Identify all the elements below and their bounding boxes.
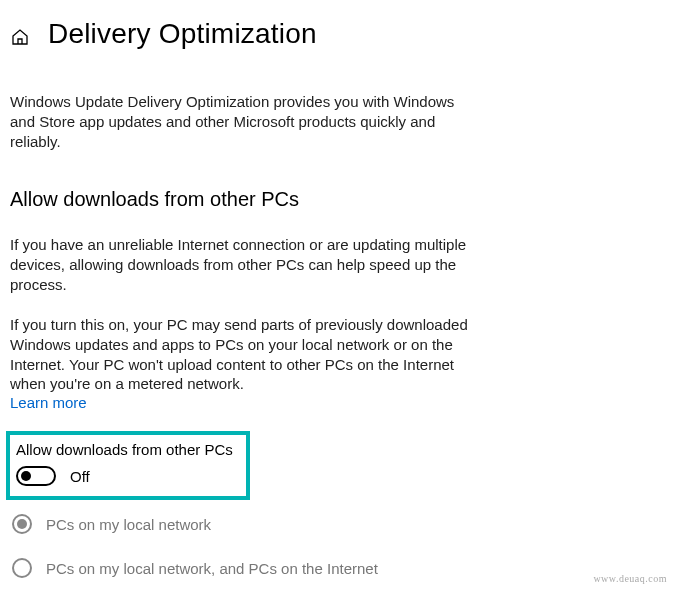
home-icon[interactable] xyxy=(10,27,30,47)
highlight-box: Allow downloads from other PCs Off xyxy=(6,431,250,500)
section-para-1: If you have an unreliable Internet conne… xyxy=(10,235,470,295)
radio-option-local[interactable]: PCs on my local network xyxy=(12,514,470,534)
radio-icon xyxy=(12,558,32,578)
section-para-2: If you turn this on, your PC may send pa… xyxy=(10,315,470,395)
toggle-label: Allow downloads from other PCs xyxy=(16,441,240,458)
toggle-state-text: Off xyxy=(70,468,90,485)
intro-text: Windows Update Delivery Optimization pro… xyxy=(10,92,470,152)
radio-label: PCs on my local network, and PCs on the … xyxy=(46,560,378,577)
toggle-row: Off xyxy=(16,466,240,486)
allow-downloads-toggle[interactable] xyxy=(16,466,56,486)
radio-label: PCs on my local network xyxy=(46,516,211,533)
content-area: Windows Update Delivery Optimization pro… xyxy=(10,92,470,578)
radio-option-internet[interactable]: PCs on my local network, and PCs on the … xyxy=(12,558,470,578)
page-header: Delivery Optimization xyxy=(10,18,667,50)
watermark: www.deuaq.com xyxy=(593,573,667,584)
radio-icon xyxy=(12,514,32,534)
learn-more-link[interactable]: Learn more xyxy=(10,394,87,411)
page-title: Delivery Optimization xyxy=(48,18,317,50)
section-para-2-block: If you turn this on, your PC may send pa… xyxy=(10,315,470,412)
section-title: Allow downloads from other PCs xyxy=(10,188,470,211)
